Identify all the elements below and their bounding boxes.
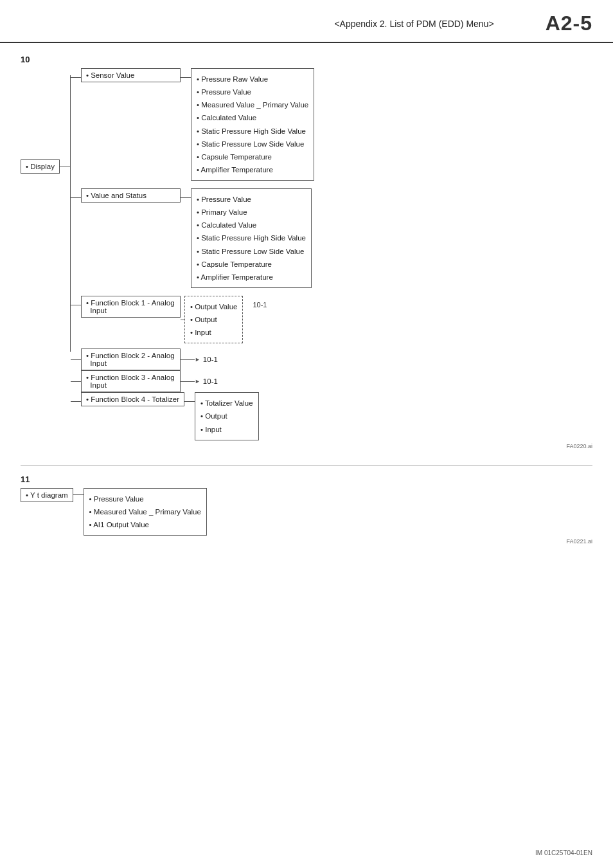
- l2-fb4: • Function Block 4 - Totalizer: [81, 392, 184, 406]
- page-content: 10 • Display • Se: [0, 43, 613, 557]
- l2-sensor-value: • Sensor Value: [81, 68, 181, 82]
- file-ref-10: FA0220.ai: [21, 443, 592, 449]
- l2-yt-items: • Pressure Value • Measured Value _ Prim…: [84, 488, 207, 536]
- l1-display: • Display: [21, 159, 60, 174]
- file-ref-11: FA0221.ai: [21, 538, 592, 545]
- branch-fb2: • Function Block 2 - Analog Input ► 10-1: [71, 348, 314, 370]
- l3-fb4: • Totalizer Value • Output • Input: [195, 392, 259, 440]
- l3-value-and-status: • Pressure Value • Primary Value • Calcu…: [191, 188, 312, 288]
- branch-value-and-status: • Value and Status • Pressure Value • Pr…: [71, 188, 314, 288]
- section-11-number: 11: [21, 475, 592, 484]
- page-header: <Appendix 2. List of PDM (EDD) Menu> A2-…: [0, 0, 613, 43]
- l1-yt-diagram: • Y t diagram: [21, 488, 73, 502]
- l2-fb2: • Function Block 2 - Analog Input: [81, 348, 181, 370]
- section-divider: [21, 465, 592, 466]
- page-footer: IM 01C25T04-01EN: [535, 849, 592, 856]
- page-number: A2-5: [546, 12, 592, 35]
- branch-fb1: • Function Block 1 - Analog Input • Outp…: [71, 296, 314, 343]
- l2-fb1: • Function Block 1 - Analog Input: [81, 296, 181, 318]
- l3-sensor-value: • Pressure Raw Value • Pressure Value • …: [191, 68, 314, 181]
- section-11: 11 • Y t diagram • Pressure Value • Meas…: [21, 475, 592, 545]
- branch-fb4: • Function Block 4 - Totalizer • Totaliz…: [71, 392, 314, 440]
- section-10-number: 10: [21, 55, 592, 64]
- branch-fb3: • Function Block 3 - Analog Input ► 10-1: [71, 370, 314, 392]
- l2-value-and-status: • Value and Status: [81, 188, 181, 203]
- section-10: 10 • Display • Se: [21, 55, 592, 449]
- l2-fb3: • Function Block 3 - Analog Input: [81, 370, 181, 392]
- l3-fb1: • Output Value • Output • Input 10-1: [184, 296, 244, 343]
- branch-sensor-value: • Sensor Value • Pressure Raw Value • Pr…: [71, 68, 314, 181]
- header-title: <Appendix 2. List of PDM (EDD) Menu>: [283, 19, 545, 29]
